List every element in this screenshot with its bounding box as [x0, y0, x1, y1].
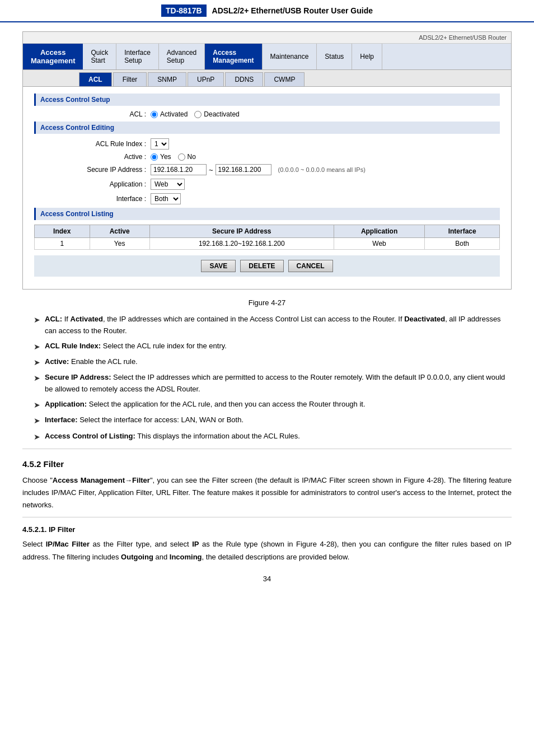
application-row: Application : WebFTPTelnetSSHSNMPPingAll [34, 179, 500, 190]
active-yes-option[interactable]: Yes [151, 153, 171, 161]
sub-nav-acl[interactable]: ACL [79, 72, 112, 86]
interface-select[interactable]: BothLANWAN [151, 193, 181, 204]
bullet-text-5: Interface: Select the interface for acce… [45, 414, 243, 427]
section-452-intro: Choose "Access Management→Filter", you c… [0, 474, 534, 511]
divider [22, 449, 512, 449]
sub-nav-snmp[interactable]: SNMP [148, 72, 186, 86]
bullet-text-1: ACL Rule Index: Select the ACL rule inde… [45, 340, 227, 353]
bullet-item-5: ➤ Interface: Select the interface for ac… [22, 414, 512, 427]
cancel-button[interactable]: CANCEL [288, 260, 333, 272]
access-control-editing-title: Access Control Editing [34, 122, 500, 134]
page-header: TD-8817B ADSL2/2+ Ethernet/USB Router Us… [0, 0, 534, 22]
router-top-bar-text: ADSL2/2+ Ethernet/USB Router [419, 34, 507, 41]
access-control-setup-title: Access Control Setup [34, 94, 500, 106]
page-number: 34 [0, 575, 534, 583]
nav-brand: AccessManagement [23, 44, 83, 69]
acl-activated-radio[interactable] [151, 111, 158, 118]
sub-nav-filter[interactable]: Filter [113, 72, 147, 86]
acl-rule-index-row: ACL Rule Index : 12345 [34, 138, 500, 150]
row-interface: Both [425, 238, 500, 250]
secure-ip-from-input[interactable] [151, 164, 207, 175]
bullet-text-3: Secure IP Address: Select the IP address… [45, 372, 512, 395]
col-active: Active [90, 225, 149, 238]
col-index: Index [35, 225, 90, 238]
acl-activation-row: ACL : Activated Deactivated [34, 110, 500, 118]
nav-item-advanced-setup[interactable]: AdvancedSetup [159, 44, 205, 69]
router-top-bar: ADSL2/2+ Ethernet/USB Router [23, 32, 511, 44]
bullet-arrow-3: ➤ [34, 372, 40, 395]
active-label: Active : [57, 153, 146, 161]
figure-caption: Figure 4-27 [0, 298, 534, 307]
acl-rule-index-select[interactable]: 12345 [151, 138, 169, 150]
sub-nav-cwmp[interactable]: CWMP [264, 72, 305, 86]
acl-radio-group: Activated Deactivated [151, 110, 240, 118]
page-title: ADSL2/2+ Ethernet/USB Router User Guide [212, 6, 373, 15]
application-select[interactable]: WebFTPTelnetSSHSNMPPingAll [151, 179, 185, 190]
section-4521-heading: 4.5.2.1. IP Filter [0, 525, 534, 534]
ip-range-group: ~ (0.0.0.0 ~ 0.0.0.0 means all IPs) [151, 164, 366, 175]
nav-item-maintenance[interactable]: Maintenance [263, 44, 317, 69]
bullet-item-0: ➤ ACL: If Activated, the IP addresses wh… [22, 314, 512, 337]
application-label: Application : [57, 180, 146, 188]
row-application: Web [334, 238, 424, 250]
sub-nav-ddns[interactable]: DDNS [225, 72, 263, 86]
sub-nav-upnp[interactable]: UPnP [188, 72, 224, 86]
acl-table: Index Active Secure IP Address Applicati… [34, 225, 500, 250]
delete-button[interactable]: DELETE [240, 260, 283, 272]
section-452-heading: 4.5.2 Filter [0, 459, 534, 469]
interface-label: Interface : [57, 195, 146, 203]
active-radio-group: Yes No [151, 153, 196, 161]
row-active: Yes [90, 238, 149, 250]
nav-item-quick-start[interactable]: QuickStart [83, 44, 116, 69]
ip-separator: ~ [209, 166, 213, 174]
col-application: Application [334, 225, 424, 238]
col-interface: Interface [425, 225, 500, 238]
bullet-text-4: Application: Select the application for … [45, 399, 366, 411]
nav-item-interface-setup[interactable]: InterfaceSetup [116, 44, 159, 69]
col-secure-ip: Secure IP Address [149, 225, 334, 238]
table-row: 1 Yes 192.168.1.20~192.168.1.200 Web Bot… [35, 238, 500, 250]
bullet-arrow-2: ➤ [34, 356, 40, 368]
access-control-listing-title: Access Control Listing [34, 208, 500, 220]
bullet-list: ➤ ACL: If Activated, the IP addresses wh… [0, 314, 534, 443]
row-secure-ip: 192.168.1.20~192.168.1.200 [149, 238, 334, 250]
save-button[interactable]: SAVE [201, 260, 236, 272]
bullet-arrow: ➤ [34, 314, 40, 337]
acl-rule-index-label: ACL Rule Index : [57, 140, 146, 148]
bullet-arrow-1: ➤ [34, 340, 40, 353]
secure-ip-label: Secure IP Address : [57, 166, 146, 174]
nav-item-access-management[interactable]: AccessManagement [205, 44, 262, 69]
bullet-arrow-6: ➤ [34, 431, 40, 443]
bullet-item-4: ➤ Application: Select the application fo… [22, 399, 512, 411]
secure-ip-to-input[interactable] [216, 164, 271, 175]
section-4521-text: Select IP/Mac Filter as the Filter type,… [0, 538, 534, 563]
button-row: SAVE DELETE CANCEL [34, 255, 500, 277]
divider-2 [22, 517, 512, 517]
bullet-arrow-4: ➤ [34, 399, 40, 411]
sub-nav: ACL Filter SNMP UPnP DDNS CWMP [23, 70, 511, 87]
model-badge: TD-8817B [161, 4, 207, 17]
active-yes-radio[interactable] [151, 153, 158, 161]
secure-ip-row: Secure IP Address : ~ (0.0.0.0 ~ 0.0.0.0… [34, 164, 500, 175]
ip-hint: (0.0.0.0 ~ 0.0.0.0 means all IPs) [278, 166, 366, 173]
nav-items: QuickStart InterfaceSetup AdvancedSetup … [83, 44, 511, 69]
bullet-text-0: ACL: If Activated, the IP addresses whic… [45, 314, 512, 337]
nav-menu: AccessManagement QuickStart InterfaceSet… [23, 44, 511, 70]
active-no-option[interactable]: No [178, 153, 196, 161]
bullet-arrow-5: ➤ [34, 414, 40, 427]
router-ui: ADSL2/2+ Ethernet/USB Router AccessManag… [22, 31, 512, 290]
acl-deactivated-option[interactable]: Deactivated [194, 110, 239, 118]
bullet-item-6: ➤ Access Control of Listing: This displa… [22, 431, 512, 443]
acl-field-label: ACL : [57, 110, 146, 118]
row-index: 1 [35, 238, 90, 250]
bullet-item-3: ➤ Secure IP Address: Select the IP addre… [22, 372, 512, 395]
nav-item-status[interactable]: Status [317, 44, 352, 69]
acl-activated-option[interactable]: Activated [151, 110, 188, 118]
active-row: Active : Yes No [34, 153, 500, 161]
acl-deactivated-radio[interactable] [194, 111, 202, 118]
bullet-item-2: ➤ Active: Enable the ACL rule. [22, 356, 512, 368]
bullet-text-6: Access Control of Listing: This displays… [45, 431, 300, 443]
interface-row: Interface : BothLANWAN [34, 193, 500, 204]
active-no-radio[interactable] [178, 153, 185, 161]
nav-item-help[interactable]: Help [352, 44, 382, 69]
